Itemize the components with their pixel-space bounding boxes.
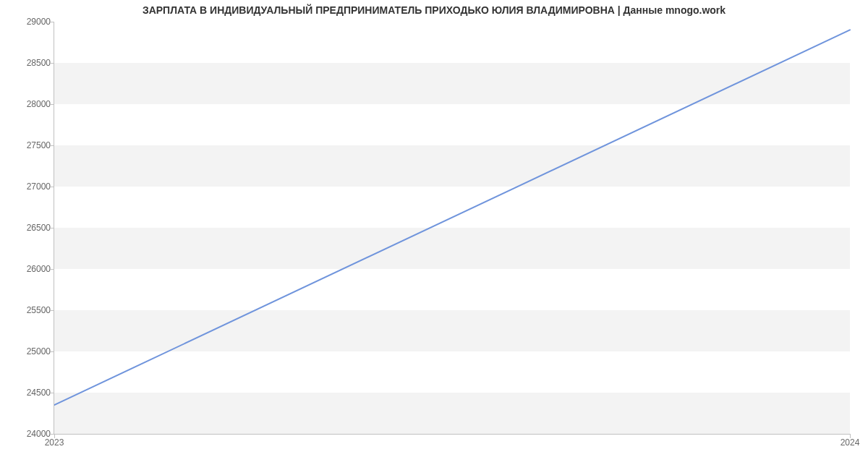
y-tick: [50, 269, 54, 270]
y-tick: [50, 228, 54, 228]
y-tick: [50, 187, 54, 187]
y-tick: [50, 145, 54, 146]
x-tick-label: 2023: [45, 437, 64, 448]
y-tick: [50, 310, 54, 311]
y-tick-label: 25000: [7, 346, 51, 356]
x-axis-line: [54, 434, 850, 435]
plot-area: [54, 22, 850, 434]
y-tick-label: 25500: [7, 305, 51, 315]
y-tick-label: 28000: [7, 99, 51, 109]
y-tick: [50, 22, 54, 22]
x-tick-label: 2024: [841, 437, 860, 448]
y-tick-label: 27500: [7, 140, 51, 150]
y-tick: [50, 351, 54, 352]
y-tick: [50, 393, 54, 393]
y-tick-label: 26000: [7, 264, 51, 274]
y-tick-label: 29000: [7, 17, 51, 27]
y-tick: [50, 63, 54, 64]
salary-series-line: [54, 30, 850, 405]
y-tick: [50, 104, 54, 105]
y-tick-label: 28500: [7, 58, 51, 68]
y-tick-label: 27000: [7, 181, 51, 192]
x-tick: [54, 434, 55, 438]
y-tick-label: 26500: [7, 223, 51, 233]
line-layer: [54, 22, 850, 434]
y-tick-label: 24500: [7, 388, 51, 398]
chart-title: ЗАРПЛАТА В ИНДИВИДУАЛЬНЫЙ ПРЕДПРИНИМАТЕЛ…: [0, 4, 868, 16]
x-tick: [850, 434, 851, 438]
